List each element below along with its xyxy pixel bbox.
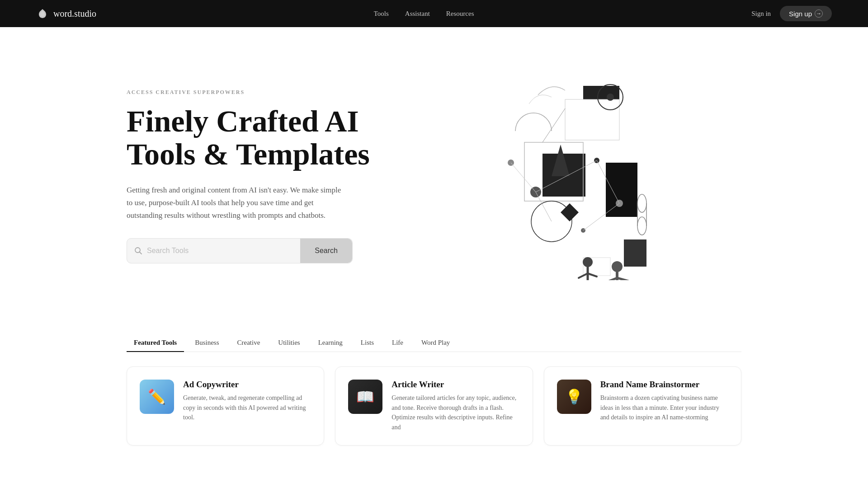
card-article-writer[interactable]: 📖 Article Writer Generate tailored artic… [335, 366, 533, 446]
hero-illustration [380, 63, 741, 289]
nav-resources[interactable]: Resources [446, 10, 474, 18]
cards-section: ✏️ Ad Copywriter Generate, tweak, and re… [0, 352, 868, 464]
search-icon [134, 247, 142, 255]
card-description: Brainstorm a dozen captivating business … [600, 393, 728, 422]
search-button[interactable]: Search [300, 239, 352, 263]
logo-text: word.studio [53, 9, 96, 19]
signin-link[interactable]: Sign in [751, 10, 771, 18]
tab-utilities[interactable]: Utilities [271, 334, 307, 352]
hero-title: Finely Crafted AI Tools & Templates [127, 105, 380, 171]
tab-creative[interactable]: Creative [230, 334, 268, 352]
svg-point-36 [637, 194, 646, 212]
card-description: Generate, tweak, and regenerate compelli… [183, 393, 311, 422]
svg-point-30 [583, 257, 593, 267]
card-title: Article Writer [392, 380, 519, 389]
svg-line-21 [542, 108, 565, 142]
svg-line-1 [140, 252, 142, 254]
tab-featured[interactable]: Featured Tools [127, 334, 184, 352]
hero-eyebrow: ACCESS CREATIVE SUPERPOWERS [127, 89, 380, 96]
card-thumbnail: 📖 [348, 380, 382, 414]
card-ad-copywriter[interactable]: ✏️ Ad Copywriter Generate, tweak, and re… [127, 366, 324, 446]
svg-point-24 [612, 261, 623, 272]
svg-line-27 [617, 278, 628, 280]
signup-button[interactable]: Sign up → [780, 6, 832, 21]
card-thumbnail: ✏️ [140, 380, 174, 414]
svg-marker-40 [561, 203, 579, 221]
tab-lists[interactable]: Lists [354, 334, 381, 352]
svg-rect-8 [606, 163, 637, 217]
card-thumbnail: 💡 [557, 380, 591, 414]
nav-links: Tools Assistant Resources [374, 10, 474, 18]
hero-content: ACCESS CREATIVE SUPERPOWERS Finely Craft… [127, 89, 380, 263]
search-input-wrap [127, 239, 300, 263]
card-description: Generate tailored articles for any topic… [392, 393, 519, 432]
tabs-list: Featured ToolsBusinessCreativeUtilitiesL… [127, 334, 741, 352]
nav-actions: Sign in Sign up → [751, 6, 832, 21]
card-title: Ad Copywriter [183, 380, 311, 389]
card-content: Brand Name Brainstormer Brainstorm a doz… [600, 380, 728, 422]
tab-wordplay[interactable]: Word Play [414, 334, 457, 352]
tabs-section: Featured ToolsBusinessCreativeUtilitiesL… [0, 316, 868, 352]
svg-rect-3 [565, 99, 619, 140]
tab-business[interactable]: Business [188, 334, 226, 352]
navbar: word.studio Tools Assistant Resources Si… [0, 0, 868, 27]
card-content: Article Writer Generate tailored article… [392, 380, 519, 432]
svg-line-20 [511, 163, 536, 192]
card-content: Ad Copywriter Generate, tweak, and regen… [183, 380, 311, 422]
search-bar: Search [127, 238, 353, 263]
card-brand-name-brainstormer[interactable]: 💡 Brand Name Brainstormer Brainstorm a d… [544, 366, 741, 446]
search-input[interactable] [147, 239, 293, 263]
hero-description: Getting fresh and original content from … [127, 184, 344, 222]
tab-life[interactable]: Life [385, 334, 410, 352]
nav-assistant[interactable]: Assistant [405, 10, 430, 18]
nav-tools[interactable]: Tools [374, 10, 389, 18]
illustration [457, 72, 665, 280]
svg-rect-22 [624, 239, 646, 267]
illustration-svg [457, 72, 665, 280]
svg-point-5 [607, 94, 614, 101]
svg-line-26 [606, 278, 617, 280]
logo-icon [36, 7, 49, 20]
card-title: Brand Name Brainstormer [600, 380, 728, 389]
signup-arrow-icon: → [815, 9, 823, 18]
hero-section: ACCESS CREATIVE SUPERPOWERS Finely Craft… [0, 27, 868, 316]
svg-point-39 [637, 217, 646, 235]
logo[interactable]: word.studio [36, 7, 96, 20]
tab-learning[interactable]: Learning [311, 334, 350, 352]
